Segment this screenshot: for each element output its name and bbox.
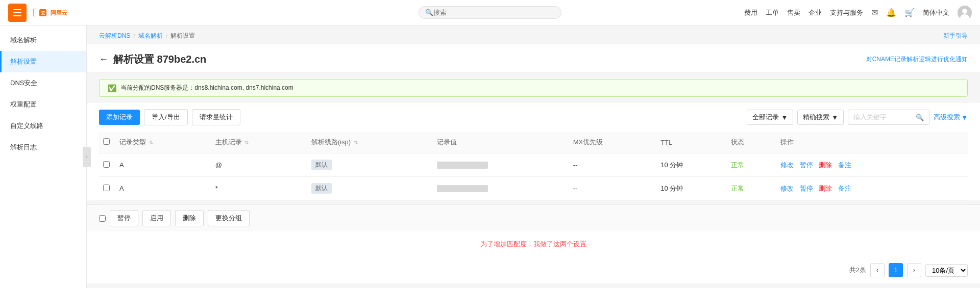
sidebar: 域名解析 解析设置 DNS安全 权重配置 自定义线路 解析日志 bbox=[0, 25, 87, 288]
select-all-header bbox=[99, 132, 115, 153]
main-layout: 域名解析 解析设置 DNS安全 权重配置 自定义线路 解析日志 › 云解析DNS… bbox=[0, 25, 980, 288]
row1-checkbox[interactable] bbox=[103, 161, 110, 168]
total-count: 共2条 bbox=[849, 266, 866, 275]
row2-value-mask bbox=[437, 185, 488, 192]
row2-delete-button[interactable]: 删除 bbox=[819, 185, 832, 192]
toolbar-right: 全部记录 ▼ 精确搜索 ▼ 输入关键字 🔍 高级搜索 ▼ bbox=[747, 110, 968, 125]
breadcrumb: 云解析DNS / 域名解析 / 解析设置 bbox=[99, 32, 195, 40]
nav-right: 费用 工单 售卖 企业 支持与服务 ✉ 🔔 🛒 简体中文 bbox=[744, 6, 972, 20]
toolbar: 添加记录 导入/导出 请求量统计 全部记录 ▼ 精确搜索 ▼ 输入关键字 🔍 bbox=[87, 103, 980, 132]
sidebar-item-dns-log[interactable]: 解析日志 bbox=[0, 137, 86, 158]
row2-edit-button[interactable]: 修改 bbox=[780, 185, 794, 192]
page-title: 解析设置 879be2.cn bbox=[113, 53, 206, 66]
breadcrumb-dns[interactable]: 云解析DNS bbox=[99, 32, 130, 40]
search-bar[interactable]: 🔍 bbox=[419, 6, 561, 19]
row2-checkbox[interactable] bbox=[103, 185, 110, 191]
row1-actions: 修改 暂停 删除 备注 bbox=[776, 153, 968, 177]
nav-link-enterprise[interactable]: 企业 bbox=[808, 8, 822, 17]
row1-value bbox=[433, 153, 569, 177]
records-table-wrapper: 记录类型 ⇅ 主机记录 ⇅ 解析线路(isp) ⇅ 记录值 MX优先级 bbox=[87, 132, 980, 200]
breadcrumb-bar: 云解析DNS / 域名解析 / 解析设置 新手引导 bbox=[87, 25, 980, 44]
row1-pause-button[interactable]: 暂停 bbox=[800, 161, 813, 169]
logo-svg: 云 阿里云 bbox=[39, 6, 69, 20]
logo-icon:  bbox=[33, 6, 37, 19]
col-value: 记录值 bbox=[433, 132, 569, 153]
keyword-search-box[interactable]: 输入关键字 🔍 bbox=[848, 110, 929, 125]
sidebar-item-dns-security[interactable]: DNS安全 bbox=[0, 72, 86, 94]
col-ttl: TTL bbox=[656, 132, 727, 153]
sidebar-collapse-button[interactable]: › bbox=[83, 147, 91, 167]
batch-enable-button[interactable]: 启用 bbox=[142, 210, 171, 226]
filter-exact-select[interactable]: 精确搜索 ▼ bbox=[797, 110, 844, 125]
sort-icon-host: ⇅ bbox=[244, 140, 249, 145]
batch-select-all-checkbox[interactable] bbox=[99, 215, 106, 222]
cart-icon[interactable]: 🛒 bbox=[904, 8, 915, 17]
row2-value bbox=[433, 177, 569, 200]
import-export-button[interactable]: 导入/导出 bbox=[144, 109, 188, 125]
advanced-search-button[interactable]: 高级搜索 ▼ bbox=[934, 113, 968, 122]
user-avatar[interactable] bbox=[958, 6, 972, 20]
back-button[interactable]: ← bbox=[99, 54, 108, 65]
row1-edit-button[interactable]: 修改 bbox=[780, 161, 794, 169]
sidebar-item-permission[interactable]: 权重配置 bbox=[0, 94, 86, 115]
lang-switch[interactable]: 简体中文 bbox=[923, 8, 949, 17]
row1-delete-button[interactable]: 删除 bbox=[819, 161, 832, 169]
sidebar-item-domain[interactable]: 域名解析 bbox=[0, 30, 86, 51]
page-size-select[interactable]: 10条/页 20条/页 50条/页 bbox=[925, 264, 968, 277]
svg-point-4 bbox=[962, 9, 967, 14]
bell-icon[interactable]: 🔔 bbox=[886, 8, 896, 17]
batch-delete-button[interactable]: 删除 bbox=[175, 210, 204, 226]
batch-pause-button[interactable]: 暂停 bbox=[110, 210, 138, 226]
request-stats-button[interactable]: 请求量统计 bbox=[192, 109, 240, 125]
page-1-button[interactable]: 1 bbox=[889, 263, 903, 277]
logo[interactable]:  云 阿里云 bbox=[33, 6, 69, 20]
row1-type: A bbox=[115, 153, 211, 177]
filter-all-chevron: ▼ bbox=[781, 114, 788, 121]
batch-toolbar: 暂停 启用 删除 更换分组 bbox=[87, 204, 980, 231]
breadcrumb-current: 解析设置 bbox=[170, 32, 195, 40]
page-header: ← 解析设置 879be2.cn 对CNAME记录解析逻辑进行优化通知 bbox=[87, 44, 980, 73]
cname-notice[interactable]: 对CNAME记录解析逻辑进行优化通知 bbox=[866, 55, 968, 64]
search-icon-toolbar: 🔍 bbox=[916, 114, 924, 121]
filter-all-select[interactable]: 全部记录 ▼ bbox=[747, 110, 793, 125]
menu-button[interactable] bbox=[8, 4, 27, 22]
search-icon: 🔍 bbox=[425, 9, 433, 16]
search-input[interactable] bbox=[433, 9, 535, 16]
nav-link-ticket[interactable]: 工单 bbox=[766, 8, 779, 17]
nav-left:  云 阿里云 bbox=[8, 4, 69, 22]
row2-actions: 修改 暂停 删除 备注 bbox=[776, 177, 968, 200]
toolbar-left: 添加记录 导入/导出 请求量统计 bbox=[99, 109, 240, 125]
newbie-link[interactable]: 新手引导 bbox=[943, 32, 968, 40]
sidebar-item-custom-line[interactable]: 自定义线路 bbox=[0, 115, 86, 137]
dns-notice: ✅ 当前分配的DNS服务器是：dns8.hichina.com, dns7.hi… bbox=[99, 79, 968, 97]
annotation-area: 为了增加匹配度，我做了这两个设置 bbox=[87, 231, 980, 257]
nav-link-support[interactable]: 支持与服务 bbox=[830, 8, 863, 17]
table-header-row: 记录类型 ⇅ 主机记录 ⇅ 解析线路(isp) ⇅ 记录值 MX优先级 bbox=[99, 132, 968, 153]
row2-note-button[interactable]: 备注 bbox=[838, 185, 851, 192]
breadcrumb-domain[interactable]: 域名解析 bbox=[138, 32, 163, 40]
row2-pause-button[interactable]: 暂停 bbox=[800, 185, 813, 192]
add-record-button[interactable]: 添加记录 bbox=[99, 110, 140, 125]
breadcrumb-sep-2: / bbox=[166, 33, 167, 40]
row1-note-button[interactable]: 备注 bbox=[838, 161, 851, 169]
row2-type: A bbox=[115, 177, 211, 200]
row1-mx: -- bbox=[569, 153, 656, 177]
row2-checkbox-cell bbox=[99, 177, 115, 200]
main-content: 云解析DNS / 域名解析 / 解析设置 新手引导 ← 解析设置 879be2.… bbox=[87, 25, 980, 288]
email-icon[interactable]: ✉ bbox=[871, 8, 878, 17]
sidebar-item-settings[interactable]: 解析设置 bbox=[0, 51, 86, 72]
prev-page-button[interactable]: ‹ bbox=[870, 263, 885, 277]
batch-change-group-button[interactable]: 更换分组 bbox=[208, 210, 250, 226]
next-page-button[interactable]: › bbox=[907, 263, 921, 277]
select-all-checkbox[interactable] bbox=[103, 138, 110, 145]
nav-link-sale[interactable]: 售卖 bbox=[787, 8, 800, 17]
svg-text:阿里云: 阿里云 bbox=[51, 10, 67, 16]
svg-text:云: 云 bbox=[41, 10, 45, 15]
check-circle-icon: ✅ bbox=[108, 84, 116, 92]
table-row: A @ 默认 -- 10 分钟 正常 bbox=[99, 153, 968, 177]
row2-host: * bbox=[211, 177, 307, 200]
search-placeholder-text: 输入关键字 bbox=[853, 113, 887, 122]
nav-link-fee[interactable]: 费用 bbox=[744, 8, 757, 17]
table-row: A * 默认 -- 10 分钟 正常 bbox=[99, 177, 968, 200]
row2-mx: -- bbox=[569, 177, 656, 200]
